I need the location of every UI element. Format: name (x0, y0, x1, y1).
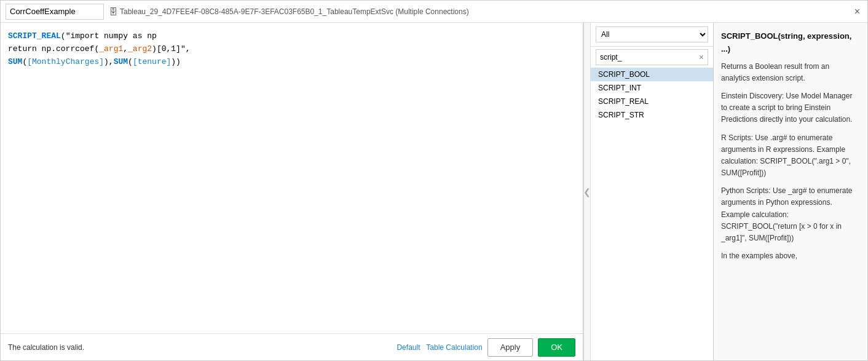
calc-name-input[interactable] (6, 4, 104, 20)
panel-resizer[interactable]: ❮ (583, 23, 591, 360)
table-calc-link[interactable]: Table Calculation (426, 343, 482, 352)
functions-panel: All Number String Date Type Conversion L… (591, 23, 714, 360)
title-bar-left: 🗄 Tableau_29_4D7FEE4F-08C8-485A-9E7F-3EF… (6, 4, 469, 20)
status-text: The calculation is valid. (8, 343, 84, 352)
help-description-4: Python Scripts: Use _arg# to enumerate a… (721, 185, 860, 244)
default-link[interactable]: Default (397, 343, 420, 352)
close-button[interactable]: × (852, 4, 862, 19)
datasource-name: Tableau_29_4D7FEE4F-08C8-485A-9E7F-3EFAC… (120, 7, 469, 16)
search-input[interactable] (600, 53, 696, 61)
title-bar: 🗄 Tableau_29_4D7FEE4F-08C8-485A-9E7F-3EF… (1, 1, 867, 23)
footer-right: Default Table Calculation Apply OK (397, 338, 575, 357)
function-item-script-str[interactable]: SCRIPT_STR (591, 108, 713, 122)
ok-button[interactable]: OK (538, 338, 575, 357)
formula-panel: SCRIPT_REAL("import numpy as np return n… (1, 23, 583, 360)
calc-type-links: Default Table Calculation (397, 343, 482, 352)
datasource-label: 🗄 Tableau_29_4D7FEE4F-08C8-485A-9E7F-3EF… (109, 7, 469, 17)
dialog: 🗄 Tableau_29_4D7FEE4F-08C8-485A-9E7F-3EF… (0, 0, 868, 361)
search-input-wrap: × (596, 49, 708, 65)
help-description-5: In the examples above, (721, 250, 860, 262)
apply-button[interactable]: Apply (487, 338, 534, 357)
function-signature: SCRIPT_BOOL(string, expression, ...) (721, 30, 860, 56)
help-description-1: Returns a Boolean result from an analyti… (721, 61, 860, 84)
help-panel: SCRIPT_BOOL(string, expression, ...) Ret… (714, 23, 867, 360)
function-item-script-bool[interactable]: SCRIPT_BOOL (591, 68, 713, 81)
formula-footer: The calculation is valid. Default Table … (1, 333, 583, 360)
search-clear-icon[interactable]: × (699, 53, 704, 61)
category-select[interactable]: All Number String Date Type Conversion L… (596, 26, 708, 42)
help-description-2: Einstein Discovery: Use Model Manager to… (721, 90, 860, 126)
database-icon: 🗄 (109, 7, 117, 17)
functions-list: SCRIPT_BOOL SCRIPT_INT SCRIPT_REAL SCRIP… (591, 68, 713, 360)
search-bar: All Number String Date Type Conversion L… (591, 23, 713, 47)
main-content: SCRIPT_REAL("import numpy as np return n… (1, 23, 867, 360)
formula-editor[interactable]: SCRIPT_REAL("import numpy as np return n… (1, 23, 583, 333)
function-item-script-real[interactable]: SCRIPT_REAL (591, 95, 713, 108)
resizer-handle-icon: ❮ (583, 187, 591, 197)
help-description-3: R Scripts: Use .arg# to enumerate argume… (721, 132, 860, 180)
function-item-script-int[interactable]: SCRIPT_INT (591, 81, 713, 95)
